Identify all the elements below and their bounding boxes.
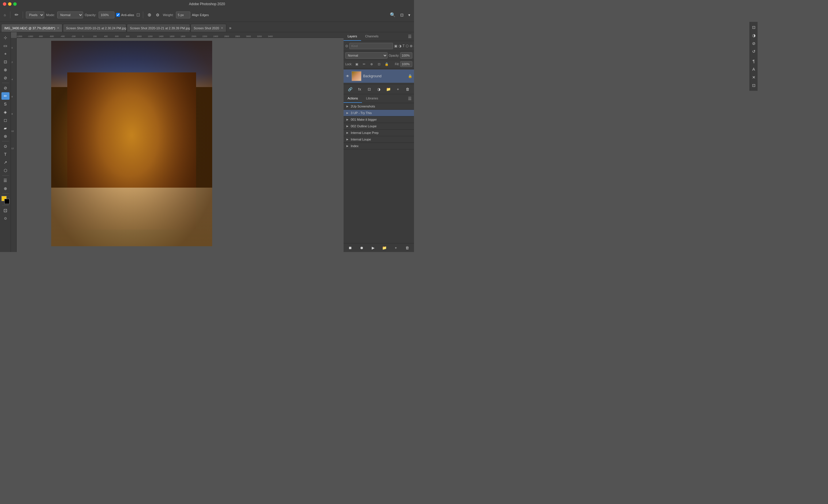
color-swatches[interactable]: [1, 196, 9, 204]
quick-mask-btn[interactable]: ⊡: [1, 207, 9, 214]
add-adjustment-btn[interactable]: ◑: [375, 86, 382, 92]
brush-tool-btn[interactable]: ✏: [13, 11, 20, 18]
opacity-input[interactable]: [400, 52, 412, 59]
add-mask-btn[interactable]: ⊡: [366, 86, 372, 92]
play-action-btn[interactable]: ▶: [370, 244, 376, 251]
filter-pixel-btn[interactable]: ▣: [394, 43, 397, 49]
filter-toggle-btn[interactable]: ◉: [414, 43, 414, 49]
tab-channels[interactable]: Channels: [361, 32, 382, 41]
filter-adjustment-btn[interactable]: ◑: [399, 43, 401, 49]
tab-0[interactable]: IMG_3400.HEIC @ 37.7% (RGB/8*) ✕: [1, 24, 63, 32]
action-item-0[interactable]: ▶ 2Up Screenshots: [343, 103, 414, 110]
layer-item-0[interactable]: 👁 Background 🔒: [343, 70, 414, 83]
gradient-btn[interactable]: ▰: [1, 125, 9, 132]
fx-btn[interactable]: fx: [357, 86, 363, 92]
blend-mode-select[interactable]: Normal: [345, 52, 387, 59]
lock-pixels-btn[interactable]: ✏: [361, 61, 367, 67]
tab-2[interactable]: Screen Shot 2020-10-21 at 2.39.39 PM.jpg…: [127, 24, 190, 32]
action-triangle-0: ▶: [346, 105, 348, 108]
tabs-overflow-button[interactable]: »: [227, 24, 234, 32]
tab-libraries[interactable]: Libraries: [362, 94, 382, 103]
move-tool-btn[interactable]: ⊹: [1, 34, 9, 41]
filter-smartobj-btn[interactable]: ⊕: [410, 43, 413, 49]
eyedropper-btn[interactable]: ⊘: [1, 74, 9, 82]
document-canvas[interactable]: [17, 38, 343, 246]
ruler-top-marks: -1200 -1000 -800 -600 -400 -200 0 200 40…: [17, 32, 343, 38]
action-item-4[interactable]: ▶ Internal Loupe Prep: [343, 130, 414, 136]
eraser-btn[interactable]: ◻: [1, 117, 9, 124]
weight-input[interactable]: [176, 11, 190, 18]
fill-input[interactable]: [400, 61, 412, 67]
lock-all-btn[interactable]: 🔒: [384, 61, 389, 67]
stamp-tool-btn[interactable]: S: [1, 100, 9, 108]
anti-alias-row: Anti-alias ⊡: [116, 12, 140, 17]
action-item-1[interactable]: ▶ 3 UP - Try This: [343, 110, 414, 117]
filter-kind-icon[interactable]: ⊙: [345, 43, 348, 49]
actions-panel-header: Actions Libraries ☰: [343, 94, 414, 103]
record-action-btn[interactable]: ⏺: [359, 244, 365, 251]
delete-action-btn[interactable]: 🗑: [404, 244, 410, 251]
maximize-button[interactable]: [13, 2, 17, 6]
action-item-3[interactable]: ▶ 002 Outline Loupe: [343, 123, 414, 130]
action-item-5[interactable]: ▶ Internal Loupe: [343, 136, 414, 143]
new-layer-btn[interactable]: +: [395, 86, 401, 92]
units-select[interactable]: Pixels: [26, 11, 44, 18]
screen-mode-btn[interactable]: ⊙: [1, 215, 9, 222]
action-item-6[interactable]: ▶ Index: [343, 143, 414, 149]
layer-visibility-0[interactable]: 👁: [345, 74, 350, 79]
tab-actions[interactable]: Actions: [343, 94, 362, 103]
layer-lock-0: 🔒: [408, 74, 412, 78]
stop-action-btn[interactable]: ⏹: [347, 244, 354, 251]
filter-type-btn[interactable]: T: [403, 43, 405, 49]
hand-tool-btn[interactable]: ☰: [1, 177, 9, 184]
settings-btn[interactable]: ⚙: [154, 12, 161, 18]
arrangement-button[interactable]: ⊡: [399, 12, 405, 18]
shape-tool-btn[interactable]: ⬡: [1, 167, 9, 174]
link-layers-btn[interactable]: 🔗: [347, 86, 353, 92]
quick-select-btn[interactable]: ⊡: [1, 58, 9, 65]
extras-button[interactable]: ▾: [407, 12, 412, 18]
layers-filter-input[interactable]: [349, 43, 393, 49]
action-triangle-6: ▶: [346, 144, 348, 147]
dodge-btn[interactable]: ⊛: [1, 133, 9, 140]
background-color[interactable]: [4, 199, 9, 204]
history-brush-btn[interactable]: ◈: [1, 108, 9, 116]
delete-layer-btn[interactable]: 🗑: [404, 86, 411, 92]
pressure-btn[interactable]: ⊕: [146, 11, 153, 18]
mode-select[interactable]: Normal: [57, 11, 83, 18]
opacity-input[interactable]: [98, 11, 115, 18]
tab-3[interactable]: Screen Shot 2020 ✕: [191, 24, 226, 32]
marquee-tool-btn[interactable]: ▭: [1, 42, 9, 49]
lock-artboards-btn[interactable]: ⊡: [376, 61, 382, 67]
tab-0-label: IMG_3400.HEIC @ 37.7% (RGB/8*): [4, 27, 55, 30]
filter-shape-btn[interactable]: ⬡: [406, 43, 409, 49]
tab-0-close[interactable]: ✕: [57, 27, 59, 30]
minimize-button[interactable]: [8, 2, 11, 6]
home-button[interactable]: ⌂: [2, 12, 7, 18]
layers-panel-header: Layers Channels ☰: [343, 32, 414, 41]
zoom-tool-btn[interactable]: ⊕: [1, 185, 9, 192]
tab-1[interactable]: Screen Shot 2020-10-21 at 2.30.24 PM.jpg…: [63, 24, 126, 32]
canvas-area[interactable]: -1200 -1000 -800 -600 -400 -200 0 200 40…: [11, 32, 343, 252]
crop-tool-btn[interactable]: ⊕: [1, 66, 9, 74]
action-triangle-2: ▶: [346, 118, 348, 121]
search-button[interactable]: 🔍: [388, 11, 397, 18]
tab-3-close[interactable]: ✕: [221, 27, 223, 30]
layers-options-btn[interactable]: ☰: [406, 33, 414, 40]
actions-options-btn[interactable]: ☰: [406, 95, 414, 102]
lock-transparency-btn[interactable]: ▣: [354, 61, 360, 67]
path-select-btn[interactable]: ↗: [1, 158, 9, 166]
type-tool-btn[interactable]: T: [1, 150, 9, 158]
lock-position-btn[interactable]: ⊕: [369, 61, 375, 67]
tab-layers[interactable]: Layers: [343, 32, 361, 41]
close-button[interactable]: [3, 2, 6, 6]
action-item-2[interactable]: ▶ 001 Make it bigger: [343, 117, 414, 123]
healing-brush-btn[interactable]: ⊘: [1, 84, 9, 92]
brush-tool-btn-left[interactable]: ✏: [1, 92, 9, 100]
new-action-btn[interactable]: +: [393, 244, 399, 251]
new-action-set-btn[interactable]: 📁: [381, 244, 387, 251]
anti-alias-checkbox[interactable]: [116, 13, 120, 17]
add-group-btn[interactable]: 📁: [385, 86, 391, 92]
lasso-tool-btn[interactable]: ⌖: [1, 50, 9, 57]
pen-tool-btn[interactable]: ⊙: [1, 142, 9, 150]
